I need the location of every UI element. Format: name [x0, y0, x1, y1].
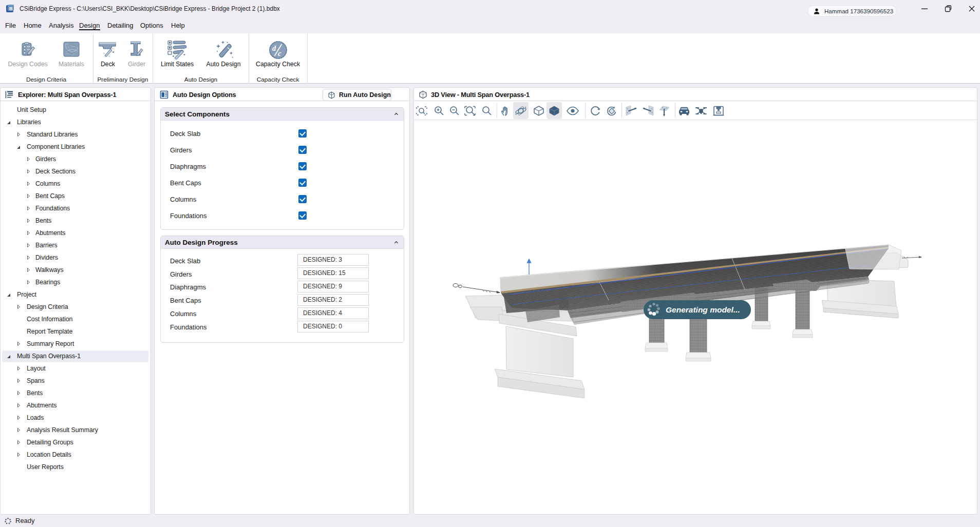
svg-text:c: c — [278, 49, 281, 57]
svg-text:d: d — [272, 44, 276, 52]
svg-text:B: B — [9, 6, 13, 11]
svg-text:Generating model...: Generating model... — [666, 305, 740, 314]
